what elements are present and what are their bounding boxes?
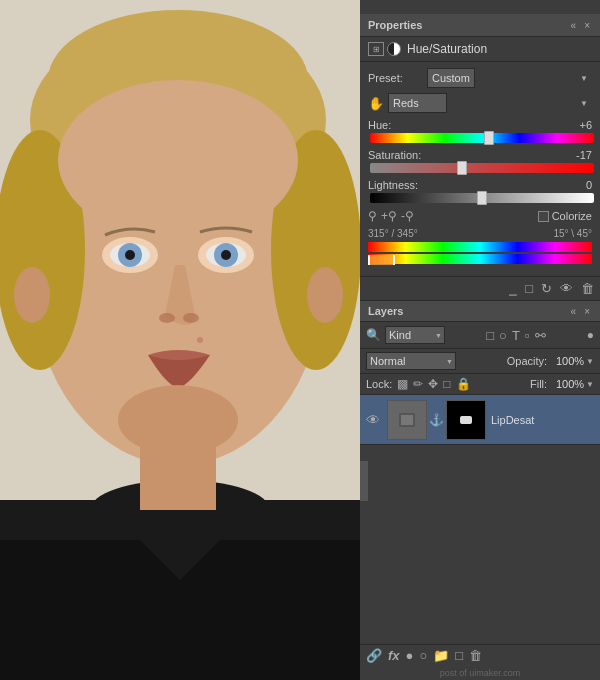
adjustment-circle-icon	[387, 42, 401, 56]
lock-all-icon[interactable]: 🔒	[456, 377, 471, 391]
eyedropper-add-icon[interactable]: +⚲	[381, 209, 397, 223]
color-bar-bottom-wrapper	[368, 254, 592, 266]
filter-type-icon[interactable]: T	[512, 328, 520, 343]
saturation-label: Saturation:	[368, 149, 421, 161]
right-panel: 思缘设计论坛 www.missyuan.com Properties « × ⊞…	[360, 0, 600, 680]
properties-panel-header: Properties « ×	[360, 14, 600, 37]
blend-mode-select[interactable]: Normal Multiply Screen Overlay	[366, 352, 456, 370]
layer-mask-thumbnail	[446, 400, 486, 440]
hue-thumb[interactable]	[484, 131, 494, 145]
photo-area	[0, 0, 360, 680]
svg-point-8	[58, 80, 298, 240]
refresh-icon[interactable]: ↻	[541, 281, 552, 296]
lock-move-icon[interactable]: ✥	[428, 377, 438, 391]
hue-label-row: Hue: +6	[368, 119, 592, 131]
properties-close-button[interactable]: ×	[582, 20, 592, 31]
layer-link-icon[interactable]: 🔗	[366, 648, 382, 663]
svg-point-24	[197, 337, 203, 343]
svg-point-12	[125, 250, 135, 260]
mask-icon[interactable]: □	[525, 281, 533, 296]
filter-row: 🔍 Kind □ ○ T ▫ ⚯ ●	[360, 322, 600, 349]
properties-collapse-button[interactable]: «	[569, 20, 579, 31]
layers-scrollbar[interactable]	[360, 461, 368, 501]
filter-smart-icon[interactable]: ⚯	[535, 328, 546, 343]
hue-track[interactable]	[370, 133, 594, 143]
colorize-checkbox[interactable]	[538, 211, 549, 222]
opacity-dropdown-icon[interactable]: ▼	[586, 357, 594, 366]
layer-name: LipDesat	[491, 414, 594, 426]
lightness-slider-row: Lightness: 0	[368, 179, 592, 203]
lock-paint-icon[interactable]: ✏	[413, 377, 423, 391]
filter-type-select[interactable]: Kind	[385, 326, 445, 344]
adjustment-title: Hue/Saturation	[407, 42, 487, 56]
svg-point-17	[159, 313, 175, 323]
layers-panel: Layers « × 🔍 Kind □ ○ T ▫	[360, 301, 600, 666]
eyedropper-remove-icon[interactable]: -⚲	[401, 209, 414, 223]
channel-select[interactable]: Reds Master Yellows Greens Cyans Blues M…	[388, 93, 447, 113]
layer-delete-icon[interactable]: 🗑	[469, 648, 482, 663]
saturation-track[interactable]	[370, 163, 594, 173]
layer-adjustment-icon[interactable]: ○	[419, 648, 427, 663]
layers-scroll-thumb[interactable]	[360, 461, 368, 501]
colorize-label: Colorize	[552, 210, 592, 222]
apply-icon[interactable]: ⎯	[509, 281, 517, 296]
color-bar-top	[368, 242, 592, 252]
eyedropper-icon[interactable]: ⚲	[368, 209, 377, 223]
layer-group-icon[interactable]: 📁	[433, 648, 449, 663]
opacity-value: 100%	[549, 355, 584, 367]
filter-adjustment-icon[interactable]: ○	[499, 328, 507, 343]
lightness-track[interactable]	[370, 193, 594, 203]
saturation-thumb[interactable]	[457, 161, 467, 175]
lock-artboard-icon[interactable]: □	[443, 377, 450, 391]
opacity-row: Opacity: 100% ▼	[507, 355, 594, 367]
filter-pixel-icon[interactable]: □	[486, 328, 494, 343]
layer-fx-icon[interactable]: fx	[388, 648, 400, 663]
blend-mode-wrapper: Normal Multiply Screen Overlay	[366, 352, 456, 370]
range-labels: 315° / 345° 15° \ 45°	[368, 228, 592, 239]
svg-rect-26	[401, 415, 413, 425]
fill-dropdown-icon[interactable]: ▼	[586, 380, 594, 389]
filter-shape-icon[interactable]: ▫	[525, 328, 530, 343]
layers-panel-controls: « ×	[569, 306, 592, 317]
filter-type-wrapper: Kind	[385, 326, 445, 344]
filter-circle-icon[interactable]: ●	[587, 328, 594, 342]
lock-label: Lock:	[366, 378, 392, 390]
adjustment-header: ⊞ Hue/Saturation	[360, 37, 600, 62]
preset-row: Preset: Custom Default	[368, 68, 592, 88]
layer-paint-thumbnail	[387, 400, 427, 440]
preset-select[interactable]: Custom Default	[427, 68, 475, 88]
fill-label: Fill:	[530, 378, 547, 390]
properties-panel-controls: « ×	[569, 20, 592, 31]
delete-icon[interactable]: 🗑	[581, 281, 594, 296]
layer-mask-icon[interactable]: ●	[406, 648, 414, 663]
layer-visibility-icon[interactable]: 👁	[366, 412, 382, 428]
face-image	[0, 0, 360, 680]
eye-icon[interactable]: 👁	[560, 281, 573, 296]
range-left-label: 315° / 345°	[368, 228, 418, 239]
layers-collapse-button[interactable]: «	[569, 306, 579, 317]
range-right-label: 15° \ 45°	[553, 228, 592, 239]
lightness-value: 0	[567, 179, 592, 191]
lock-transparent-icon[interactable]: ▩	[397, 377, 408, 391]
layer-item[interactable]: 👁 ⚓	[360, 395, 600, 445]
watermark-bottom: post of uimaker.com	[360, 666, 600, 680]
layers-body: 🔍 Kind □ ○ T ▫ ⚯ ●	[360, 322, 600, 666]
properties-bottom-toolbar: ⎯ □ ↻ 👁 🗑	[360, 276, 600, 300]
svg-point-16	[221, 250, 231, 260]
layer-new-icon[interactable]: □	[455, 648, 463, 663]
svg-point-21	[307, 267, 343, 323]
lock-icons: ▩ ✏ ✥ □ 🔒	[397, 377, 470, 391]
lightness-thumb[interactable]	[477, 191, 487, 205]
layers-list: 👁 ⚓	[360, 395, 600, 644]
layers-close-button[interactable]: ×	[582, 306, 592, 317]
fill-value: 100%	[549, 378, 584, 390]
lightness-label-row: Lightness: 0	[368, 179, 592, 191]
properties-body: Preset: Custom Default ✋ Reds Master Yel…	[360, 62, 600, 276]
saturation-slider-row: Saturation: -17	[368, 149, 592, 173]
lightness-label: Lightness:	[368, 179, 418, 191]
layers-bottom-toolbar: 🔗 fx ● ○ 📁 □ 🗑	[360, 644, 600, 666]
preset-select-wrapper: Custom Default	[427, 68, 592, 88]
color-range-indicator	[368, 255, 395, 265]
svg-point-18	[183, 313, 199, 323]
tool-icons-row: ⚲ +⚲ -⚲ Colorize	[368, 209, 592, 223]
